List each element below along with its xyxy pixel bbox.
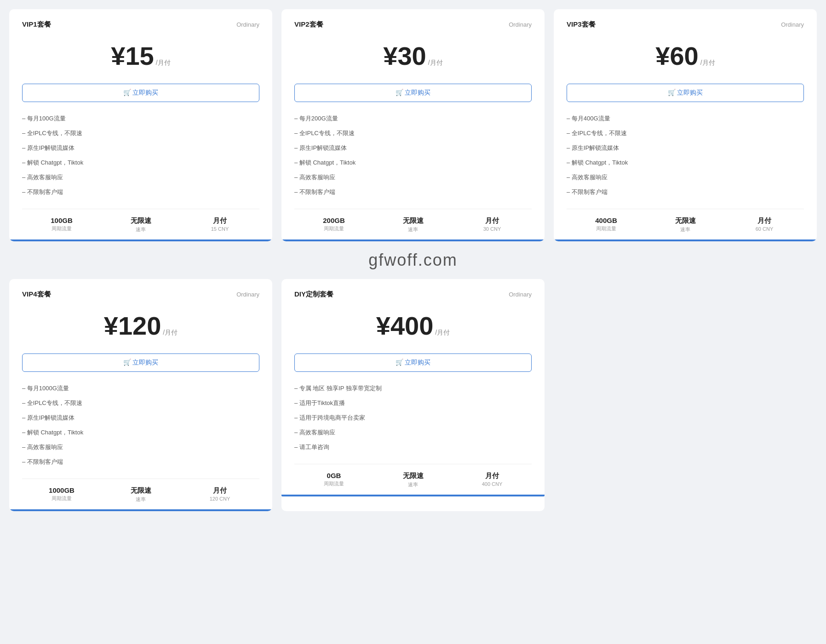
stat-item: 无限速速率	[373, 472, 453, 488]
card-vip3: VIP3套餐Ordinary¥60/月付🛒 立即购买每月400G流量全IPLC专…	[554, 9, 817, 241]
price-period: /月付	[163, 329, 178, 336]
stat-item: 200GB周期流量	[294, 217, 373, 233]
price-period: /月付	[156, 59, 171, 66]
feature-item: 每月200G流量	[294, 111, 532, 126]
feature-item: 每月1000G流量	[22, 381, 259, 396]
card-header: VIP2套餐Ordinary	[294, 20, 532, 29]
feature-item: 全IPLC专线，不限速	[22, 396, 259, 410]
stat-label: 速率	[373, 226, 453, 233]
feature-item: 高效客服响应	[22, 170, 259, 185]
stat-value: 月付	[180, 217, 259, 225]
stat-label: 15 CNY	[180, 226, 259, 232]
buy-button[interactable]: 🛒 立即购买	[567, 84, 804, 102]
card-header: VIP4套餐Ordinary	[22, 290, 259, 299]
features-list: 每月400G流量全IPLC专线，不限速原生IP解锁流媒体解锁 Chatgpt，T…	[567, 111, 804, 199]
card-title: VIP3套餐	[567, 20, 596, 29]
card-title: DIY定制套餐	[294, 290, 333, 299]
stat-label: 120 CNY	[180, 496, 259, 502]
stat-item: 无限速速率	[101, 217, 180, 233]
price-value: ¥400	[376, 311, 434, 341]
stat-label: 周期流量	[294, 480, 373, 487]
feature-item: 全IPLC专线，不限速	[294, 126, 532, 141]
card-badge: Ordinary	[781, 21, 804, 28]
buy-button[interactable]: 🛒 立即购买	[22, 353, 259, 372]
stat-label: 周期流量	[22, 495, 101, 502]
stat-value: 无限速	[101, 217, 180, 225]
feature-item: 高效客服响应	[294, 425, 532, 440]
price-area: ¥120/月付	[22, 306, 259, 345]
price-value: ¥60	[655, 41, 698, 71]
card-badge: Ordinary	[509, 291, 532, 298]
card-vip4: VIP4套餐Ordinary¥120/月付🛒 立即购买每月1000G流量全IPL…	[9, 279, 272, 511]
empty-placeholder	[554, 279, 817, 511]
stat-label: 速率	[646, 226, 725, 233]
card-header: VIP3套餐Ordinary	[567, 20, 804, 29]
stat-label: 速率	[101, 496, 180, 503]
card-title: VIP4套餐	[22, 290, 51, 299]
stat-label: 周期流量	[22, 225, 101, 232]
accent-bar	[554, 239, 817, 241]
stat-label: 周期流量	[567, 225, 646, 232]
feature-item: 原生IP解锁流媒体	[22, 141, 259, 155]
feature-item: 每月100G流量	[22, 111, 259, 126]
price-value: ¥15	[111, 41, 154, 71]
card-diy: DIY定制套餐Ordinary¥400/月付🛒 立即购买专属 地区 独享IP 独…	[281, 279, 545, 511]
stat-item: 月付30 CNY	[453, 217, 532, 233]
watermark: gfwoff.com	[9, 251, 817, 270]
stats-row: 200GB周期流量无限速速率月付30 CNY	[294, 209, 532, 239]
feature-item: 全IPLC专线，不限速	[567, 126, 804, 141]
stat-item: 400GB周期流量	[567, 217, 646, 233]
card-vip1: VIP1套餐Ordinary¥15/月付🛒 立即购买每月100G流量全IPLC专…	[9, 9, 272, 241]
price-value: ¥30	[383, 41, 426, 71]
stat-item: 月付60 CNY	[725, 217, 804, 233]
accent-bar	[9, 509, 272, 511]
price-area: ¥30/月付	[294, 36, 532, 75]
feature-item: 全IPLC专线，不限速	[22, 126, 259, 141]
price-value: ¥120	[104, 311, 161, 341]
bottom-grid: VIP4套餐Ordinary¥120/月付🛒 立即购买每月1000G流量全IPL…	[9, 279, 817, 511]
stat-item: 无限速速率	[646, 217, 725, 233]
price-area: ¥15/月付	[22, 36, 259, 75]
price-period: /月付	[435, 329, 450, 336]
buy-button[interactable]: 🛒 立即购买	[22, 84, 259, 102]
stat-item: 月付120 CNY	[180, 486, 259, 503]
stat-value: 1000GB	[22, 486, 101, 494]
stats-row: 0GB周期流量无限速速率月付400 CNY	[294, 464, 532, 495]
feature-item: 解锁 Chatgpt，Tiktok	[567, 155, 804, 170]
feature-item: 高效客服响应	[294, 170, 532, 185]
stat-item: 100GB周期流量	[22, 217, 101, 233]
buy-button[interactable]: 🛒 立即购买	[294, 353, 532, 372]
stat-value: 月付	[180, 486, 259, 495]
stat-value: 月付	[453, 217, 532, 225]
stat-label: 30 CNY	[453, 226, 532, 232]
feature-item: 适用于Tiktok直播	[294, 396, 532, 410]
stat-value: 无限速	[373, 472, 453, 480]
features-list: 每月200G流量全IPLC专线，不限速原生IP解锁流媒体解锁 Chatgpt，T…	[294, 111, 532, 199]
feature-item: 请工单咨询	[294, 440, 532, 455]
stat-value: 月付	[725, 217, 804, 225]
feature-item: 原生IP解锁流媒体	[22, 410, 259, 425]
stat-label: 速率	[373, 481, 453, 488]
stat-value: 月付	[453, 472, 532, 480]
top-grid: VIP1套餐Ordinary¥15/月付🛒 立即购买每月100G流量全IPLC专…	[9, 9, 817, 241]
feature-item: 高效客服响应	[22, 440, 259, 455]
buy-button[interactable]: 🛒 立即购买	[294, 84, 532, 102]
feature-item: 不限制客户端	[22, 455, 259, 469]
stat-value: 无限速	[646, 217, 725, 225]
card-header: DIY定制套餐Ordinary	[294, 290, 532, 299]
stats-row: 400GB周期流量无限速速率月付60 CNY	[567, 209, 804, 239]
price-period: /月付	[700, 59, 715, 66]
card-title: VIP1套餐	[22, 20, 51, 29]
stat-label: 周期流量	[294, 225, 373, 232]
card-title: VIP2套餐	[294, 20, 323, 29]
feature-item: 适用于跨境电商平台卖家	[294, 410, 532, 425]
stats-row: 1000GB周期流量无限速速率月付120 CNY	[22, 479, 259, 509]
stat-label: 速率	[101, 226, 180, 233]
accent-bar	[9, 239, 272, 241]
features-list: 每月1000G流量全IPLC专线，不限速原生IP解锁流媒体解锁 Chatgpt，…	[22, 381, 259, 469]
stat-label: 60 CNY	[725, 226, 804, 232]
feature-item: 解锁 Chatgpt，Tiktok	[22, 425, 259, 440]
stats-row: 100GB周期流量无限速速率月付15 CNY	[22, 209, 259, 239]
stat-item: 月付400 CNY	[453, 472, 532, 488]
features-list: 每月100G流量全IPLC专线，不限速原生IP解锁流媒体解锁 Chatgpt，T…	[22, 111, 259, 199]
